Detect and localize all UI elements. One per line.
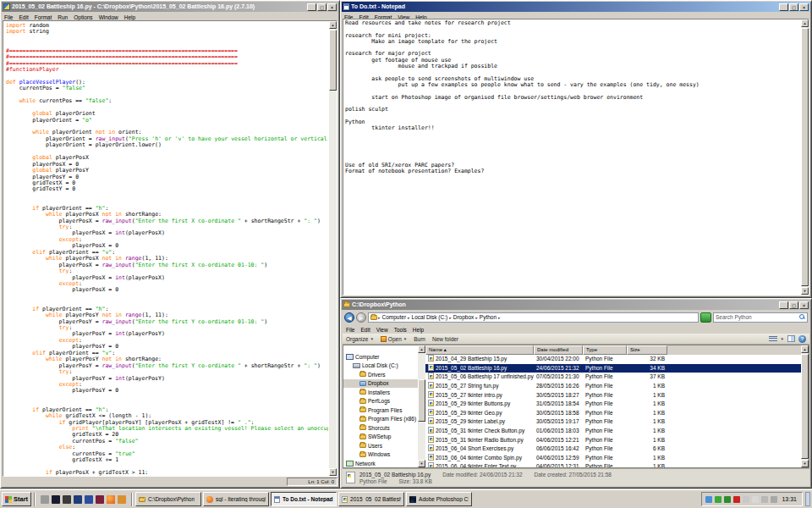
taskbar-button-2015-05-02-battleship-1-[interactable]: 2015_05_02 Battleship 1... [338, 492, 404, 506]
breadcrumb-item-python[interactable]: Python [480, 314, 497, 320]
sidebar-item-installers[interactable]: Installers [343, 388, 418, 397]
bridge-icon[interactable] [85, 495, 93, 504]
file-row[interactable]: 2015_05_31 tkinter Check Button.py01/06/… [425, 427, 801, 436]
sidebar-item-windows[interactable]: Windows [343, 450, 418, 460]
maximize-icon[interactable]: □ [789, 3, 798, 11]
file-row[interactable]: 2015_04_29 Battleship 15.py30/04/2015 22… [425, 355, 801, 364]
menu-item-help[interactable]: Help [124, 14, 135, 20]
sidebar-item-drivers[interactable]: Drivers [343, 370, 418, 379]
file-row[interactable]: 2015_06_04 tkinter Combo Spin.py04/06/20… [425, 454, 801, 463]
search-input[interactable]: Search Python [713, 312, 808, 323]
sidebar-item-computer[interactable]: Computer [343, 352, 418, 362]
photoshop-icon[interactable] [74, 495, 82, 504]
maroon-app-icon[interactable] [96, 495, 104, 504]
taskbar-button-adobe-photoshop-cs5[interactable]: PsAdobe Photoshop CS5 [406, 492, 472, 506]
sidebar-item-swsetup[interactable]: SWSetup [343, 433, 418, 442]
minimize-icon[interactable]: _ [779, 3, 788, 11]
sidebar-item-perflogs[interactable]: PerfLogs [343, 397, 418, 406]
menu-item-view[interactable]: View [376, 327, 388, 333]
volume-icon[interactable] [771, 496, 777, 503]
scroll-down-icon[interactable]: ▼ [418, 460, 425, 467]
column-header-date-modified[interactable]: Date modified [534, 345, 583, 355]
taskbar-button-sql-iterating-through-ro-[interactable]: sql - Iterating through ro... [203, 492, 269, 506]
menu-item-help[interactable]: Help [413, 327, 424, 333]
breadcrumb-item-dropbox[interactable]: Dropbox [453, 314, 475, 320]
preview-pane-icon[interactable] [787, 335, 795, 342]
scroll-thumb[interactable] [801, 354, 809, 459]
tray-clipboard-icon[interactable] [752, 496, 759, 503]
start-button[interactable]: Start [2, 492, 31, 506]
back-button[interactable]: ◀ [344, 312, 354, 323]
breadcrumb[interactable]: ▸Computer▸Local Disk (C:)▸Dropbox▸Python… [368, 312, 699, 323]
network-icon[interactable] [761, 496, 768, 503]
notepad-vertical-scrollbar[interactable]: ▲ ▼ [801, 19, 809, 295]
file-row[interactable]: 2015_06_04 tkinter Enter Text.py04/06/20… [425, 462, 801, 467]
orange-app-icon[interactable] [118, 495, 126, 504]
tray-download-icon[interactable] [724, 496, 731, 503]
menu-item-edit[interactable]: Edit [360, 327, 370, 333]
menu-item-run[interactable]: Run [58, 14, 68, 20]
column-header-type[interactable]: Type [583, 345, 627, 355]
file-row[interactable]: 2015_05_29 tkinter Geo.py30/05/2015 18:5… [425, 409, 801, 418]
minimize-icon[interactable]: _ [307, 3, 316, 11]
tray-app-red-icon[interactable] [733, 496, 740, 503]
dark-app-icon[interactable] [63, 495, 71, 504]
file-row[interactable]: 2015_05_27 tkinter intro.py30/05/2015 18… [425, 390, 801, 400]
change-view-icon[interactable] [769, 335, 777, 342]
breadcrumb-item-local-disk-c-[interactable]: Local Disk (C:) [412, 314, 448, 320]
forward-button[interactable]: ▶ [356, 312, 366, 323]
idle-vertical-scrollbar[interactable]: ▲ ▼ [329, 21, 337, 476]
file-row[interactable]: 2015_05_06 Battleship 17 unfinished.py07… [425, 373, 801, 382]
menu-item-options[interactable]: Options [74, 14, 92, 20]
toolbar-button-organize[interactable]: Organize▼ [346, 336, 374, 342]
menu-item-file[interactable]: File [4, 14, 13, 20]
media-app-icon[interactable] [52, 495, 60, 504]
action-center-flag-icon[interactable] [743, 496, 749, 503]
scroll-thumb[interactable] [801, 28, 809, 286]
column-header-name[interactable]: Name ▴ [425, 345, 534, 355]
menu-item-format[interactable]: Format [35, 14, 52, 20]
maximize-icon[interactable]: □ [789, 301, 798, 309]
menu-item-file[interactable]: File [346, 327, 354, 333]
maximize-icon[interactable]: □ [317, 3, 326, 11]
refresh-icon[interactable] [700, 312, 711, 323]
file-row[interactable]: 2015_05_31 tkinter Radio Button.py04/06/… [425, 435, 801, 444]
menu-item-tools[interactable]: Tools [394, 327, 407, 333]
notepad-text[interactable]: Read resources and take notes for resear… [345, 20, 799, 295]
column-header-size[interactable]: Size [627, 345, 667, 355]
toolbar-button-new-folder[interactable]: New folder [432, 336, 458, 342]
scroll-up-icon[interactable]: ▲ [329, 21, 337, 29]
menu-item-edit[interactable]: Edit [19, 14, 28, 20]
file-list-scrollbar[interactable]: ▲ ▼ [801, 345, 809, 467]
file-row[interactable]: 2015_05_02 Battleship 16.py24/06/2015 21… [425, 364, 801, 373]
file-row[interactable]: 2015_05_29 tkinter Buttons.py31/05/2015 … [425, 400, 801, 409]
firefox-icon[interactable] [107, 495, 115, 504]
tray-app-blue-icon[interactable] [705, 496, 712, 503]
code-text[interactable]: import randomimport string #============… [6, 23, 328, 476]
scroll-up-icon[interactable]: ▲ [801, 19, 809, 27]
file-row[interactable]: 2015_05_27 String fun.py28/05/2015 16:26… [425, 382, 801, 391]
notepad-text-area[interactable]: Read resources and take notes for resear… [343, 19, 809, 295]
show-desktop-icon[interactable] [41, 495, 49, 504]
explorer-titlebar[interactable]: C:\Dropbox\Python _ □ × [342, 300, 810, 310]
file-row[interactable]: 2015_05_29 tkinter Label.py30/05/2015 19… [425, 417, 801, 427]
help-icon[interactable]: ? [798, 335, 806, 343]
idle-code-area[interactable]: import randomimport string #============… [3, 20, 337, 477]
toolbar-button-open[interactable]: Open▼ [381, 336, 407, 342]
scroll-thumb[interactable] [329, 30, 337, 91]
close-icon[interactable]: × [799, 301, 809, 309]
scroll-down-icon[interactable]: ▼ [329, 468, 337, 476]
scroll-thumb[interactable] [418, 379, 425, 422]
sidebar-item-program-files-x86-[interactable]: Program Files (x86) [343, 415, 418, 424]
notepad-titlebar[interactable]: To Do.txt - Notepad _ □ × [342, 2, 810, 12]
sidebar-item-users[interactable]: Users [343, 441, 418, 450]
scroll-down-icon[interactable]: ▼ [801, 460, 809, 467]
scroll-up-icon[interactable]: ▲ [418, 345, 425, 353]
close-icon[interactable]: × [799, 3, 809, 11]
tray-update-icon[interactable] [715, 496, 721, 503]
menu-item-window[interactable]: Window [99, 14, 118, 20]
taskbar-button-c-dropbox-python[interactable]: C:\Dropbox\Python [135, 492, 201, 506]
breadcrumb-item-computer[interactable]: Computer [382, 314, 407, 320]
taskbar-button-to-do-txt-notepad[interactable]: To Do.txt - Notepad [271, 492, 337, 506]
scroll-down-icon[interactable]: ▼ [801, 287, 809, 295]
